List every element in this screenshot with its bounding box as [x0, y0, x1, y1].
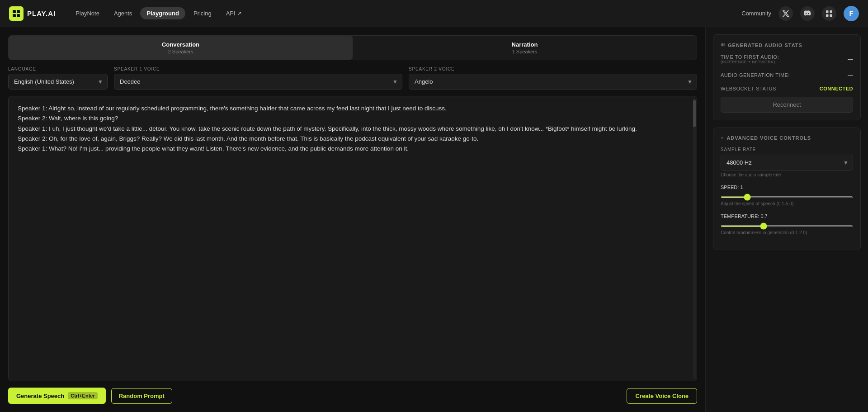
stats-card: ≋ GENERATED AUDIO STATS TIME TO FIRST AU…: [713, 34, 861, 120]
stats-divider-1: [721, 68, 853, 68]
speed-slider[interactable]: [721, 196, 853, 198]
sample-rate-desc: Choose the audio sample rate: [721, 172, 853, 177]
stats-divider-2: [721, 82, 853, 82]
language-label: LANGUAGE: [8, 66, 108, 71]
time-to-first-label: TIME TO FIRST AUDIO:: [721, 54, 779, 60]
speed-group: SPEED: 1 Adjust the speed of speech (0.1…: [721, 185, 853, 206]
scrollbar-track[interactable]: [693, 98, 696, 379]
sample-rate-select[interactable]: 8000 Hz 16000 Hz 24000 Hz 44100 Hz 48000…: [721, 155, 853, 170]
temperature-label: TEMPERATURE: 0.7: [721, 213, 853, 219]
tab-narration-title: Narration: [353, 41, 697, 48]
user-avatar[interactable]: F: [844, 6, 859, 21]
discord-icon[interactable]: [800, 6, 815, 21]
controls-row: LANGUAGE English (United States) ▼ SPEAK…: [8, 66, 697, 90]
speaker2-select-wrapper: Angelo ▼: [409, 74, 697, 90]
time-to-first-sub: (INFERENCE + NETWORK): [721, 60, 779, 64]
svg-rect-2: [13, 14, 16, 17]
grid-icon[interactable]: [822, 6, 836, 21]
tab-narration-sub: 1 Speakers: [353, 49, 697, 54]
time-to-first-row: TIME TO FIRST AUDIO: (INFERENCE + NETWOR…: [721, 54, 853, 64]
speed-desc: Adjust the speed of speech (0.1-5.0): [721, 201, 853, 206]
nav-right: Community F: [741, 6, 859, 21]
navbar: PLAY.AI PlayNote Agents Playground Prici…: [0, 0, 868, 27]
tab-narration[interactable]: Narration 1 Speakers: [353, 36, 697, 60]
reconnect-button[interactable]: Reconnect: [721, 97, 853, 113]
audio-gen-row: AUDIO GENERATION TIME: —: [721, 72, 853, 78]
tab-conversation-title: Conversation: [9, 41, 353, 48]
audio-gen-label: AUDIO GENERATION TIME:: [721, 72, 790, 78]
generate-label: Generate Speech: [16, 393, 64, 399]
community-link[interactable]: Community: [741, 10, 771, 17]
voice-controls-title: ≡ ADVANCED VOICE CONTROLS: [721, 135, 853, 141]
sample-rate-select-wrapper: 8000 Hz 16000 Hz 24000 Hz 44100 Hz 48000…: [721, 155, 853, 170]
websocket-label: WEBSOCKET STATUS:: [721, 86, 778, 91]
twitter-icon[interactable]: [778, 6, 793, 21]
logo-text: PLAY.AI: [27, 9, 56, 17]
nav-api[interactable]: API ↗: [220, 7, 249, 19]
logo[interactable]: PLAY.AI: [9, 6, 56, 21]
speaker2-group: SPEAKER 2 VOICE Angelo ▼: [409, 66, 697, 90]
svg-rect-6: [826, 14, 829, 17]
nav-playnote[interactable]: PlayNote: [69, 7, 106, 19]
tab-conversation[interactable]: Conversation 2 Speakers: [9, 36, 353, 60]
svg-rect-3: [17, 14, 20, 17]
websocket-row: WEBSOCKET STATUS: CONNECTED: [721, 86, 853, 91]
websocket-status: CONNECTED: [820, 86, 853, 91]
script-textarea[interactable]: [9, 96, 697, 381]
generate-speech-button[interactable]: Generate Speech Ctrl+Enter: [8, 388, 106, 404]
svg-rect-0: [13, 10, 16, 13]
speaker1-select[interactable]: Deedee: [114, 74, 402, 90]
temperature-desc: Control randomness in generation (0.1-2.…: [721, 230, 853, 235]
audio-gen-value: —: [848, 72, 853, 78]
speaker1-select-wrapper: Deedee ▼: [114, 74, 402, 90]
text-area-container: [8, 96, 697, 381]
speaker1-label: SPEAKER 1 VOICE: [114, 66, 402, 71]
sample-rate-label: SAMPLE RATE: [721, 147, 853, 152]
nav-agents[interactable]: Agents: [108, 7, 138, 19]
voice-controls-card: ≡ ADVANCED VOICE CONTROLS SAMPLE RATE 80…: [713, 128, 861, 250]
speaker2-label: SPEAKER 2 VOICE: [409, 66, 697, 71]
tabs-bar: Conversation 2 Speakers Narration 1 Spea…: [8, 35, 697, 60]
waveform-icon: ≋: [721, 42, 725, 48]
action-row: Generate Speech Ctrl+Enter Random Prompt…: [8, 388, 697, 404]
sliders-icon: ≡: [721, 135, 724, 141]
nav-pricing[interactable]: Pricing: [187, 7, 218, 19]
logo-icon: [9, 6, 24, 21]
svg-rect-4: [826, 10, 829, 13]
scrollbar-thumb: [693, 100, 696, 127]
stats-card-title: ≋ GENERATED AUDIO STATS: [721, 42, 853, 48]
temperature-slider[interactable]: [721, 225, 853, 227]
temperature-group: TEMPERATURE: 0.7 Control randomness in g…: [721, 213, 853, 235]
time-to-first-value: —: [848, 56, 853, 62]
tab-conversation-sub: 2 Speakers: [9, 49, 353, 54]
speaker2-select[interactable]: Angelo: [409, 74, 697, 90]
content-area: Conversation 2 Speakers Narration 1 Spea…: [0, 27, 705, 412]
right-panel: ≋ GENERATED AUDIO STATS TIME TO FIRST AU…: [705, 27, 868, 412]
speaker1-group: SPEAKER 1 VOICE Deedee ▼: [114, 66, 402, 90]
language-select-wrapper: English (United States) ▼: [8, 74, 108, 90]
sample-rate-group: SAMPLE RATE 8000 Hz 16000 Hz 24000 Hz 44…: [721, 147, 853, 177]
random-prompt-button[interactable]: Random Prompt: [111, 388, 172, 404]
time-to-first-label-group: TIME TO FIRST AUDIO: (INFERENCE + NETWOR…: [721, 54, 779, 64]
svg-rect-5: [830, 10, 833, 13]
speed-label: SPEED: 1: [721, 185, 853, 190]
svg-rect-1: [17, 10, 20, 13]
nav-links: PlayNote Agents Playground Pricing API ↗: [69, 7, 741, 19]
main-layout: Conversation 2 Speakers Narration 1 Spea…: [0, 27, 868, 412]
generate-shortcut: Ctrl+Enter: [68, 392, 98, 399]
svg-rect-7: [830, 14, 833, 17]
language-group: LANGUAGE English (United States) ▼: [8, 66, 108, 90]
language-select[interactable]: English (United States): [8, 74, 108, 90]
create-voice-clone-button[interactable]: Create Voice Clone: [627, 388, 697, 404]
nav-playground[interactable]: Playground: [140, 7, 185, 19]
